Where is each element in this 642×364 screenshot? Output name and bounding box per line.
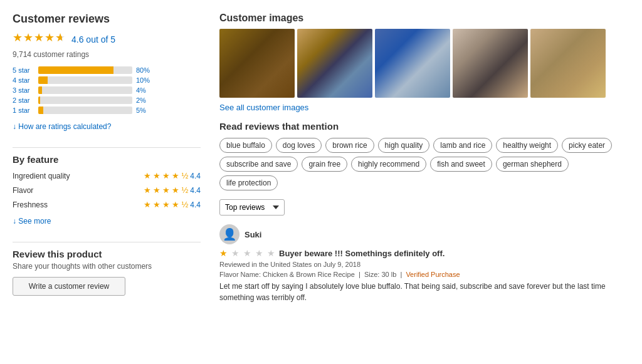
feature-star: ★ xyxy=(172,200,179,209)
customer-images-title: Customer images xyxy=(219,13,629,24)
review-tag[interactable]: picky eater xyxy=(562,138,612,153)
review-star-filled: ★ xyxy=(219,248,228,258)
reviewer-row: 👤 Suki xyxy=(219,224,629,244)
histo-bar-fill xyxy=(38,76,48,84)
histo-bar-bg xyxy=(38,86,132,94)
ratings-calculated-link[interactable]: ↓ How are ratings calculated? xyxy=(13,122,111,131)
review-date: Reviewed in the United States on July 9,… xyxy=(219,261,360,268)
review-tag[interactable]: lamb and rice xyxy=(433,138,492,153)
star-3: ★ xyxy=(34,31,44,48)
sort-select[interactable]: Top reviewsMost recent xyxy=(219,199,285,216)
review-tag[interactable]: high quality xyxy=(378,138,430,153)
review-meta: Reviewed in the United States on July 9,… xyxy=(219,261,629,268)
review-tag[interactable]: highly recommend xyxy=(351,157,426,172)
sort-dropdown: Top reviewsMost recent xyxy=(219,199,629,216)
feature-star: ★ xyxy=(162,200,170,209)
customer-image-1[interactable] xyxy=(219,29,295,98)
review-star-empty: ★ xyxy=(255,248,263,258)
histo-label[interactable]: 2 star xyxy=(13,96,34,104)
histo-bar-bg xyxy=(38,76,132,84)
feature-star: ★ xyxy=(153,185,160,195)
histogram-row: 1 star 5% xyxy=(13,107,201,114)
review-tag[interactable]: subscribe and save xyxy=(219,157,298,172)
flavor-info: Flavor Name: Chicken & Brown Rice Recipe xyxy=(219,271,355,278)
review-tags-container: blue buffalodog lovesbrown ricehigh qual… xyxy=(219,138,629,190)
histo-label[interactable]: 4 star xyxy=(13,76,34,84)
review-tag[interactable]: german shepherd xyxy=(496,157,569,172)
size-info: Size: 30 lb xyxy=(364,271,396,278)
histo-bar-fill xyxy=(38,86,42,94)
avatar: 👤 xyxy=(219,224,239,244)
review-tag[interactable]: life protection xyxy=(219,175,278,190)
histo-pct: 5% xyxy=(136,107,154,114)
review-tag[interactable]: brown rice xyxy=(325,138,374,153)
feature-stars: ★ ★ ★ ★ ½ 4.4 xyxy=(144,200,201,209)
page-wrapper: Customer reviews ★ ★ ★ ★ ★ ★ 4.6 out of … xyxy=(0,0,642,309)
histo-label[interactable]: 5 star xyxy=(13,66,34,74)
review-star-empty: ★ xyxy=(231,248,239,258)
left-column: Customer reviews ★ ★ ★ ★ ★ ★ 4.6 out of … xyxy=(13,13,201,303)
star-5-half: ★ ★ xyxy=(55,31,66,48)
histo-bar-fill xyxy=(38,96,40,104)
rating-value: 4.6 out of 5 xyxy=(71,34,115,44)
review-star-empty: ★ xyxy=(267,248,275,258)
by-feature-title: By feature xyxy=(13,154,201,165)
histogram-row: 2 star 2% xyxy=(13,96,201,104)
histo-bar-bg xyxy=(38,107,132,114)
feature-star: ★ xyxy=(144,171,151,180)
customer-image-4[interactable] xyxy=(453,29,528,98)
feature-star: ★ xyxy=(153,200,160,209)
histo-pct: 2% xyxy=(136,96,154,104)
review-star-empty: ★ xyxy=(243,248,251,258)
feature-name: Flavor xyxy=(13,186,82,195)
feature-stars: ★ ★ ★ ★ ½ 4.4 xyxy=(144,185,201,195)
verified-badge: Verified Purchase xyxy=(406,271,460,278)
feature-rating: 4.4 xyxy=(190,186,201,195)
feature-name: Ingredient quality xyxy=(13,172,82,180)
feature-row: Flavor ★ ★ ★ ★ ½ 4.4 xyxy=(13,185,201,195)
feature-star: ★ xyxy=(144,200,151,209)
histo-pct: 10% xyxy=(136,76,154,84)
review-flavor-meta: Flavor Name: Chicken & Brown Rice Recipe… xyxy=(219,271,629,278)
feature-star: ★ xyxy=(162,185,170,195)
review-tag[interactable]: grain free xyxy=(302,157,347,172)
feature-star-half: ½ xyxy=(181,185,188,195)
histo-pct: 80% xyxy=(136,66,154,74)
histogram: 5 star 80% 4 star 10% 3 star 4% 2 star 2… xyxy=(13,66,201,114)
review-stars-row: ★★★★★Buyer beware !!! Somethings definit… xyxy=(219,248,629,258)
star-2: ★ xyxy=(23,31,33,48)
review-tag[interactable]: fish and sweet xyxy=(430,157,492,172)
avatar-icon: 👤 xyxy=(223,227,236,241)
feature-star: ★ xyxy=(172,171,179,180)
feature-rating: 4.4 xyxy=(190,172,201,180)
histo-label[interactable]: 3 star xyxy=(13,86,34,94)
customer-image-2[interactable] xyxy=(297,29,372,98)
see-more-link[interactable]: ↓ See more xyxy=(13,217,51,226)
histo-label[interactable]: 1 star xyxy=(13,107,34,114)
ratings-count: 9,714 customer ratings xyxy=(13,50,201,59)
review-product-subtitle: Share your thoughts with other customers xyxy=(13,262,201,271)
customer-image-3[interactable] xyxy=(375,29,450,98)
histo-bar-bg xyxy=(38,66,132,74)
feature-star-half: ½ xyxy=(181,200,188,209)
see-all-images-link[interactable]: See all customer images xyxy=(219,103,308,112)
customer-images-row xyxy=(219,29,629,98)
right-column: Customer images See all customer images … xyxy=(219,13,629,303)
histo-bar-fill xyxy=(38,107,43,114)
rating-stars: ★ ★ ★ ★ ★ ★ xyxy=(13,31,66,48)
feature-row: Ingredient quality ★ ★ ★ ★ ½ 4.4 xyxy=(13,171,201,180)
histogram-row: 4 star 10% xyxy=(13,76,201,84)
review-product-title: Review this product xyxy=(13,249,201,259)
customer-image-5[interactable] xyxy=(530,29,606,98)
write-review-button[interactable]: Write a customer review xyxy=(13,277,125,296)
review-tag[interactable]: dog loves xyxy=(276,138,322,153)
histo-bar-bg xyxy=(38,96,132,104)
review-title: Buyer beware !!! Somethings definitely o… xyxy=(279,249,445,258)
review-item: 👤 Suki ★★★★★Buyer beware !!! Somethings … xyxy=(219,224,629,303)
review-tag[interactable]: blue buffalo xyxy=(219,138,272,153)
feature-stars: ★ ★ ★ ★ ½ 4.4 xyxy=(144,171,201,180)
review-tag[interactable]: healthy weight xyxy=(496,138,558,153)
feature-star: ★ xyxy=(144,185,151,195)
divider-1 xyxy=(13,147,201,148)
feature-row: Freshness ★ ★ ★ ★ ½ 4.4 xyxy=(13,200,201,209)
